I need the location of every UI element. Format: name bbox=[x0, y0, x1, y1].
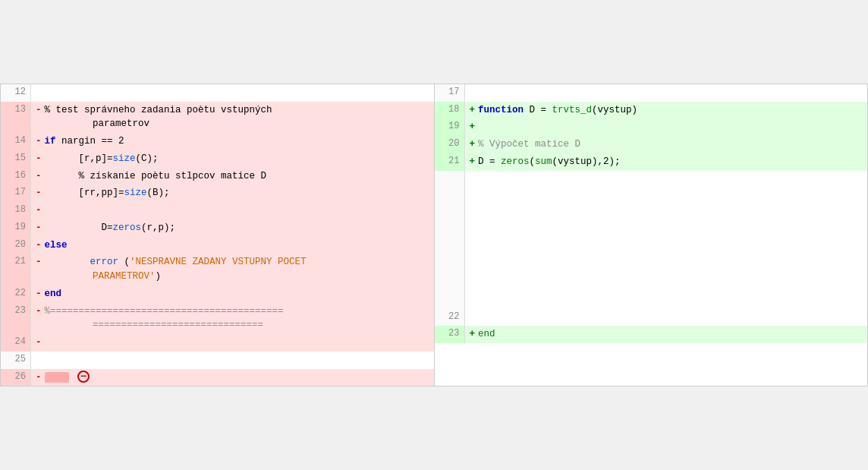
line-number: 19 bbox=[435, 118, 465, 136]
no-sign bbox=[470, 208, 476, 219]
no-sign bbox=[470, 174, 476, 185]
minus-sign: - bbox=[36, 171, 42, 181]
line-content: +function D = trvts_d(vystup) bbox=[465, 102, 868, 119]
diff-row: 18+function D = trvts_d(vystup) bbox=[435, 102, 868, 119]
minus-sign: - bbox=[36, 105, 42, 115]
line-number: 22 bbox=[1, 285, 31, 303]
minus-sign: - bbox=[36, 205, 42, 216]
minus-sign: - bbox=[36, 240, 42, 251]
diff-row: 19- D=zeros(r,p); bbox=[1, 219, 434, 237]
diff-row: 13-% test správneho zadania poètu vstupn… bbox=[1, 102, 434, 134]
line-number: 18 bbox=[1, 202, 31, 219]
minus-sign: - bbox=[36, 257, 42, 267]
diff-row: 18- bbox=[1, 202, 434, 219]
line-number bbox=[435, 257, 465, 274]
line-number: 21 bbox=[435, 153, 465, 171]
diff-row bbox=[435, 292, 868, 309]
plus-sign: + bbox=[470, 156, 476, 167]
minus-sign: - bbox=[36, 337, 42, 348]
minus-sign: - bbox=[36, 306, 42, 317]
line-content bbox=[465, 309, 868, 326]
line-content bbox=[465, 188, 868, 205]
line-content: - % získanie poètu stlpcov matice D bbox=[31, 168, 434, 185]
line-content: - D=zeros(r,p); bbox=[31, 219, 434, 237]
line-number: 20 bbox=[435, 136, 465, 153]
line-number: 17 bbox=[1, 185, 31, 202]
line-number bbox=[435, 292, 465, 309]
line-number: 14 bbox=[1, 133, 31, 150]
diff-row: 16- % získanie poètu stlpcov matice D bbox=[1, 168, 434, 185]
line-content bbox=[465, 222, 868, 240]
line-number: 16 bbox=[1, 168, 31, 185]
line-number: 15 bbox=[1, 150, 31, 168]
line-content bbox=[465, 257, 868, 274]
no-sign bbox=[470, 295, 476, 305]
line-content: + bbox=[465, 118, 868, 136]
line-content: -% test správneho zadania poètu vstupnýc… bbox=[31, 102, 434, 134]
diff-row: 15- [r,p]=size(C); bbox=[1, 150, 434, 168]
no-sign bbox=[470, 87, 476, 98]
diff-right-side: 17 18+function D = trvts_d(vystup)19+20+… bbox=[435, 84, 868, 386]
diff-row: 14-if nargin == 2 bbox=[1, 133, 434, 150]
minus-sign: - bbox=[36, 222, 42, 233]
minus-sign: - bbox=[36, 289, 42, 299]
line-number: 18 bbox=[435, 102, 465, 119]
no-sign bbox=[470, 243, 476, 254]
diff-row bbox=[435, 240, 868, 257]
line-content bbox=[465, 274, 868, 292]
line-number: 23 bbox=[1, 303, 31, 335]
line-content: -if nargin == 2 bbox=[31, 133, 434, 150]
plus-sign: + bbox=[470, 105, 476, 115]
line-content: +D = zeros(sum(vystup),2); bbox=[465, 153, 868, 171]
plus-sign: + bbox=[470, 329, 476, 339]
line-content: -else bbox=[31, 237, 434, 254]
minus-sign: - bbox=[36, 372, 42, 383]
line-content: - bbox=[31, 334, 434, 352]
diff-row: 21- error ('NESPRAVNE ZADANY VSTUPNY POC… bbox=[1, 254, 434, 285]
line-content bbox=[31, 84, 434, 102]
diff-row bbox=[435, 222, 868, 240]
deleted-inline bbox=[45, 372, 69, 383]
minus-sign: - bbox=[36, 153, 42, 164]
diff-row: 25 bbox=[1, 352, 434, 369]
line-content: - − bbox=[31, 369, 434, 386]
diff-row: 19+ bbox=[435, 118, 868, 136]
line-number: 21 bbox=[1, 254, 31, 285]
diff-row: 17- [rr,pp]=size(B); bbox=[1, 185, 434, 202]
no-sign bbox=[470, 277, 476, 288]
diff-row bbox=[435, 274, 868, 292]
line-number: 17 bbox=[435, 84, 465, 102]
diff-row: 12 bbox=[1, 84, 434, 102]
line-content: +end bbox=[465, 326, 868, 343]
line-number bbox=[435, 222, 465, 240]
line-number bbox=[435, 171, 465, 188]
plus-sign: + bbox=[470, 139, 476, 150]
line-content bbox=[465, 171, 868, 188]
line-number bbox=[435, 205, 465, 222]
diff-row: 22-end bbox=[1, 285, 434, 303]
no-sign bbox=[470, 191, 476, 201]
diff-row bbox=[435, 205, 868, 222]
line-content: -end bbox=[31, 285, 434, 303]
line-content: - error ('NESPRAVNE ZADANY VSTUPNY POCET… bbox=[31, 254, 434, 285]
no-sign bbox=[470, 312, 476, 323]
diff-row: 17 bbox=[435, 84, 868, 102]
line-content: -%======================================… bbox=[31, 303, 434, 335]
diff-row: 24- bbox=[1, 334, 434, 352]
diff-row: 21+D = zeros(sum(vystup),2); bbox=[435, 153, 868, 171]
line-content: +% Výpočet matice D bbox=[465, 136, 868, 153]
line-content bbox=[465, 205, 868, 222]
diff-row: 22 bbox=[435, 309, 868, 326]
diff-row: 26- − bbox=[1, 369, 434, 386]
diff-row: 23+end bbox=[435, 326, 868, 343]
line-number bbox=[435, 274, 465, 292]
no-sign bbox=[36, 355, 42, 365]
line-content bbox=[31, 352, 434, 369]
line-content bbox=[465, 292, 868, 309]
no-sign bbox=[470, 260, 476, 270]
diff-row: 20-else bbox=[1, 237, 434, 254]
diff-container: 12 13-% test správneho zadania poètu vst… bbox=[0, 84, 868, 387]
no-sign bbox=[36, 87, 42, 98]
diff-row: 23-%====================================… bbox=[1, 303, 434, 335]
plus-sign: + bbox=[470, 121, 476, 132]
